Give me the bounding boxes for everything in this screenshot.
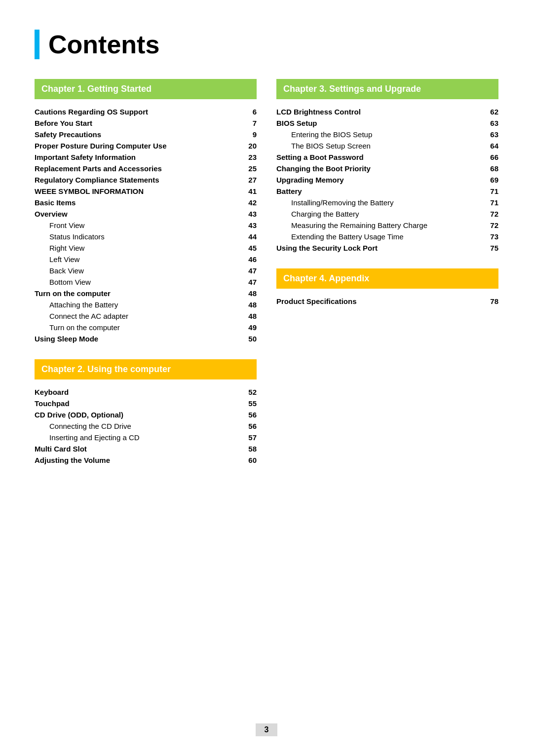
toc-row: Back View47 — [35, 265, 257, 276]
toc-item-page: 48 — [224, 288, 257, 299]
toc-item-label: Attaching the Battery — [35, 299, 224, 310]
toc-row: Overview43 — [35, 208, 257, 220]
toc-item-label: Connecting the CD Drive — [35, 420, 224, 432]
toc-item-label: Extending the Battery Usage Time — [276, 231, 465, 242]
toc-item-page: 72 — [465, 220, 499, 231]
toc-row: Status Indicators44 — [35, 231, 257, 242]
toc-section-ch3: Chapter 3. Settings and UpgradeLCD Brigh… — [276, 79, 498, 254]
toc-item-page: 63 — [465, 129, 499, 140]
toc-item-label: Changing the Boot Priority — [276, 163, 465, 174]
toc-item-label: Using the Security Lock Port — [276, 242, 465, 254]
toc-item-page: 72 — [465, 208, 499, 220]
toc-item-page: 49 — [224, 322, 257, 333]
toc-row: CD Drive (ODD, Optional)56 — [35, 409, 257, 420]
toc-item-label: Touchpad — [35, 398, 224, 409]
toc-item-label: Replacement Parts and Accessories — [35, 163, 224, 174]
toc-item-page: 57 — [224, 432, 257, 443]
toc-item-label: Basic Items — [35, 197, 224, 208]
page-number: 3 — [256, 723, 278, 736]
title-accent-bar — [35, 30, 39, 59]
toc-item-page: 27 — [224, 174, 257, 186]
content-columns: Chapter 1. Getting StartedCautions Regar… — [35, 79, 498, 481]
toc-item-label: Turn on the computer — [35, 288, 224, 299]
chapter-header-ch1: Chapter 1. Getting Started — [35, 79, 257, 99]
toc-row: Using Sleep Mode50 — [35, 333, 257, 344]
toc-row: Cautions Regarding OS Support6 — [35, 106, 257, 117]
toc-item-page: 62 — [465, 106, 499, 117]
toc-item-label: Important Safety Information — [35, 151, 224, 163]
toc-item-page: 71 — [465, 197, 499, 208]
toc-section-ch1: Chapter 1. Getting StartedCautions Regar… — [35, 79, 257, 344]
toc-item-label: Adjusting the Volume — [35, 454, 224, 466]
toc-row: Keyboard52 — [35, 386, 257, 398]
toc-item-label: Front View — [35, 220, 224, 231]
toc-row: Multi Card Slot58 — [35, 443, 257, 454]
toc-row: Important Safety Information23 — [35, 151, 257, 163]
toc-item-page: 71 — [465, 186, 499, 197]
toc-row: Before You Start7 — [35, 117, 257, 129]
toc-item-label: Battery — [276, 186, 465, 197]
toc-item-label: Inserting and Ejecting a CD — [35, 432, 224, 443]
toc-item-page: 47 — [224, 265, 257, 276]
toc-item-page: 47 — [224, 276, 257, 288]
toc-item-label: Cautions Regarding OS Support — [35, 106, 224, 117]
toc-row: Extending the Battery Usage Time73 — [276, 231, 498, 242]
toc-item-page: 25 — [224, 163, 257, 174]
toc-item-label: Installing/Removing the Battery — [276, 197, 465, 208]
toc-item-page: 45 — [224, 242, 257, 254]
toc-row: Measuring the Remaining Battery Charge72 — [276, 220, 498, 231]
toc-item-label: Before You Start — [35, 117, 224, 129]
toc-row: Touchpad55 — [35, 398, 257, 409]
toc-row: Turn on the computer48 — [35, 288, 257, 299]
toc-row: Installing/Removing the Battery71 — [276, 197, 498, 208]
toc-item-page: 73 — [465, 231, 499, 242]
toc-row: Right View45 — [35, 242, 257, 254]
toc-row: Charging the Battery72 — [276, 208, 498, 220]
chapter-header-ch4: Chapter 4. Appendix — [276, 268, 498, 289]
toc-table-ch3: LCD Brightness Control62BIOS Setup63Ente… — [276, 106, 498, 254]
toc-item-page: 66 — [465, 151, 499, 163]
toc-item-label: Upgrading Memory — [276, 174, 465, 186]
toc-row: Safety Precautions9 — [35, 129, 257, 140]
toc-item-page: 56 — [224, 409, 257, 420]
toc-row: Connecting the CD Drive56 — [35, 420, 257, 432]
toc-item-label: Measuring the Remaining Battery Charge — [276, 220, 465, 231]
toc-item-label: BIOS Setup — [276, 117, 465, 129]
toc-item-label: Using Sleep Mode — [35, 333, 224, 344]
toc-item-page: 43 — [224, 220, 257, 231]
toc-item-label: Regulatory Compliance Statements — [35, 174, 224, 186]
toc-item-page: 63 — [465, 117, 499, 129]
toc-row: The BIOS Setup Screen64 — [276, 140, 498, 151]
toc-row: Inserting and Ejecting a CD57 — [35, 432, 257, 443]
toc-item-page: 75 — [465, 242, 499, 254]
toc-item-page: 78 — [465, 296, 499, 307]
toc-row: Battery71 — [276, 186, 498, 197]
toc-row: Adjusting the Volume60 — [35, 454, 257, 466]
toc-table-ch4: Product Specifications78 — [276, 296, 498, 307]
toc-item-page: 41 — [224, 186, 257, 197]
toc-item-page: 58 — [224, 443, 257, 454]
chapter-header-ch2: Chapter 2. Using the computer — [35, 359, 257, 379]
toc-row: Setting a Boot Password66 — [276, 151, 498, 163]
toc-item-label: The BIOS Setup Screen — [276, 140, 465, 151]
toc-row: BIOS Setup63 — [276, 117, 498, 129]
toc-item-label: Charging the Battery — [276, 208, 465, 220]
toc-item-label: Safety Precautions — [35, 129, 224, 140]
toc-item-label: Back View — [35, 265, 224, 276]
left-column: Chapter 1. Getting StartedCautions Regar… — [35, 79, 257, 481]
toc-item-page: 43 — [224, 208, 257, 220]
toc-section-ch4: Chapter 4. AppendixProduct Specification… — [276, 268, 498, 307]
toc-row: Proper Posture During Computer Use20 — [35, 140, 257, 151]
toc-row: Entering the BIOS Setup63 — [276, 129, 498, 140]
toc-row: Changing the Boot Priority68 — [276, 163, 498, 174]
toc-row: WEEE SYMBOL INFORMATION41 — [35, 186, 257, 197]
toc-row: Basic Items42 — [35, 197, 257, 208]
toc-item-label: Setting a Boot Password — [276, 151, 465, 163]
toc-item-label: Turn on the computer — [35, 322, 224, 333]
toc-row: Front View43 — [35, 220, 257, 231]
toc-item-label: Multi Card Slot — [35, 443, 224, 454]
page-footer: 3 — [0, 723, 533, 736]
chapter-header-ch3: Chapter 3. Settings and Upgrade — [276, 79, 498, 99]
toc-item-page: 69 — [465, 174, 499, 186]
toc-item-label: Connect the AC adapter — [35, 310, 224, 322]
